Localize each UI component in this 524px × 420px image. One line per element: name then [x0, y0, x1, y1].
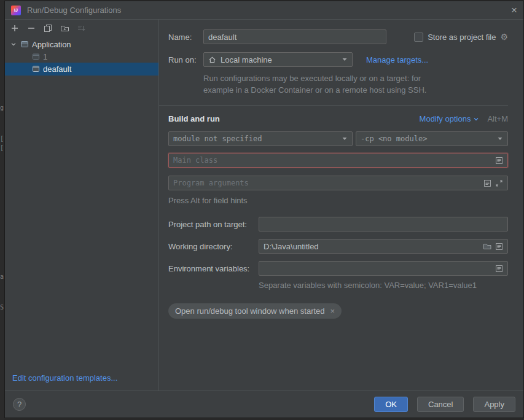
- remove-configuration-icon[interactable]: [26, 23, 36, 33]
- intellij-logo-icon: IJ: [11, 6, 21, 15]
- section-divider: [159, 105, 508, 106]
- ok-button[interactable]: OK: [374, 397, 408, 412]
- project-path-label: Project path on target:: [168, 220, 259, 229]
- classpath-dropdown-value: -cp <no module>: [361, 134, 427, 143]
- cancel-button[interactable]: Cancel: [417, 397, 464, 412]
- chevron-down-icon: [473, 116, 479, 122]
- expand-field-icon[interactable]: [495, 179, 503, 187]
- apply-button[interactable]: Apply: [473, 397, 515, 412]
- edit-configuration-templates-link[interactable]: Edit configuration templates...: [12, 373, 117, 383]
- build-and-run-heading: Build and run: [168, 114, 220, 123]
- browse-options-icon[interactable]: [495, 243, 503, 251]
- main-class-input[interactable]: [173, 156, 491, 165]
- application-type-icon: [20, 40, 29, 49]
- main-class-field-wrapper: [168, 153, 508, 168]
- browse-options-icon[interactable]: [483, 179, 491, 187]
- working-directory-label: Working directory:: [168, 242, 259, 251]
- run-on-value: Local machine: [221, 55, 272, 64]
- project-path-input[interactable]: [264, 220, 503, 229]
- store-as-project-file-group: Store as project file ⚙: [414, 33, 508, 42]
- tree-item-deafault[interactable]: deafault: [5, 63, 158, 76]
- background-window-edge: g [ [ a S: [0, 0, 4, 420]
- program-arguments-field-wrapper: [168, 176, 508, 190]
- environment-variables-label: Environment variables:: [168, 264, 259, 273]
- add-configuration-icon[interactable]: [10, 23, 20, 33]
- edge-glyph: a: [0, 273, 4, 280]
- alt-field-hints-text: Press Alt for field hints: [168, 196, 508, 205]
- window-close-icon[interactable]: ×: [511, 6, 517, 15]
- folder-browse-icon[interactable]: [483, 243, 491, 251]
- classpath-dropdown[interactable]: -cp <no module>: [356, 131, 508, 146]
- run-configuration-icon: [32, 53, 40, 61]
- dropdown-arrow-icon: [342, 136, 348, 142]
- home-icon: [208, 56, 216, 64]
- configurations-toolbar: [5, 20, 158, 37]
- run-debug-configurations-dialog: IJ Run/Debug Configurations ×: [4, 1, 524, 418]
- dropdown-arrow-icon: [497, 136, 503, 142]
- gear-icon[interactable]: ⚙: [500, 33, 508, 41]
- modify-options-shortcut: Alt+M: [487, 114, 508, 123]
- working-directory-field-wrapper: [259, 239, 508, 254]
- tree-item-1[interactable]: 1: [5, 50, 158, 63]
- run-on-help-text: Run configurations may be executed local…: [203, 72, 508, 96]
- module-dropdown[interactable]: module not specified: [168, 131, 353, 146]
- run-debug-configurations-screenshot: g [ [ a S IJ Run/Debug Configurations ×: [0, 0, 524, 420]
- environment-variables-input[interactable]: [264, 264, 491, 273]
- edge-glyph: S: [0, 304, 4, 311]
- configuration-form: Name: Store as project file ⚙ Run on:: [159, 20, 523, 391]
- run-on-dropdown[interactable]: Local machine: [203, 52, 353, 67]
- edge-glyph: g: [0, 104, 4, 111]
- sort-configurations-icon: [76, 23, 86, 33]
- chevron-down-icon[interactable]: [10, 41, 17, 48]
- run-on-label: Run on:: [168, 55, 203, 64]
- configurations-panel: Application 1 deafault: [5, 20, 159, 391]
- store-as-project-file-label: Store as project file: [428, 33, 496, 42]
- run-on-help-line1: Run configurations may be executed local…: [203, 72, 508, 84]
- copy-configuration-icon[interactable]: [43, 23, 53, 33]
- module-dropdown-value: module not specified: [173, 134, 262, 143]
- help-button[interactable]: ?: [13, 398, 26, 411]
- chip-label: Open run/debug tool window when started: [175, 306, 325, 316]
- environment-variables-help-text: Separate variables with semicolon: VAR=v…: [259, 281, 508, 290]
- store-as-project-file-checkbox[interactable]: [414, 33, 423, 42]
- browse-options-icon[interactable]: [495, 265, 503, 273]
- dropdown-arrow-icon: [342, 56, 348, 63]
- name-field-wrapper: [203, 29, 386, 44]
- program-arguments-input[interactable]: [173, 179, 480, 187]
- tree-group-label: Application: [32, 40, 71, 49]
- name-label: Name:: [168, 33, 203, 42]
- modify-options-group[interactable]: Modify options Alt+M: [420, 114, 508, 123]
- browse-options-icon[interactable]: [495, 157, 503, 165]
- name-input[interactable]: [208, 33, 381, 42]
- move-to-folder-icon[interactable]: [60, 23, 69, 33]
- project-path-field-wrapper: [259, 217, 508, 231]
- manage-targets-link[interactable]: Manage targets...: [366, 55, 428, 64]
- dialog-title: Run/Debug Configurations: [27, 6, 121, 15]
- modify-options-link[interactable]: Modify options: [420, 114, 471, 123]
- title-bar: IJ Run/Debug Configurations ×: [5, 1, 523, 20]
- environment-variables-field-wrapper: [259, 261, 508, 276]
- run-on-help-line2: example in a Docker Container or on a re…: [203, 84, 508, 96]
- run-configuration-icon: [32, 65, 40, 73]
- edge-glyph: [: [0, 135, 4, 142]
- configurations-tree: Application 1 deafault: [5, 37, 158, 76]
- edge-glyph: [: [0, 144, 4, 151]
- working-directory-input[interactable]: [264, 242, 479, 251]
- chip-close-icon[interactable]: ×: [330, 306, 335, 316]
- dialog-footer: ? OK Cancel Apply: [5, 391, 523, 418]
- tree-item-label: 1: [43, 52, 47, 61]
- tree-group-application[interactable]: Application: [5, 38, 158, 50]
- open-tool-window-chip[interactable]: Open run/debug tool window when started …: [168, 303, 342, 319]
- tree-item-label: deafault: [43, 64, 71, 74]
